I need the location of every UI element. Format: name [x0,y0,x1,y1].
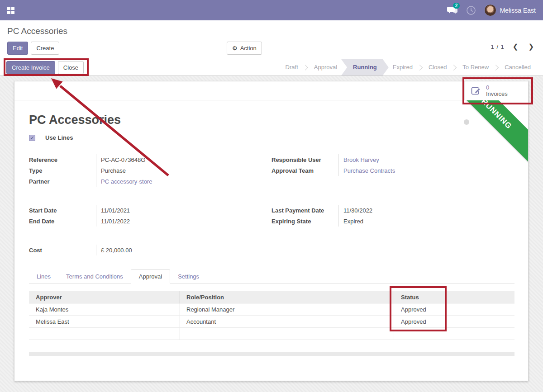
user-name: Melissa East [500,7,536,14]
button-box: 0 Invoices [14,81,528,100]
apps-square [7,11,10,14]
field-group-right-2: Last Payment Date 11/30/2022 Expiring St… [272,205,514,227]
user-menu[interactable]: Melissa East [484,4,536,16]
table-empty-row [29,328,514,340]
apps-menu-icon[interactable] [7,7,14,14]
type-label: Type [29,165,96,176]
cell-approver: Kaja Montes [29,303,180,315]
breadcrumb[interactable]: PC Accessories [7,26,67,36]
step-running-active[interactable]: Running [341,59,389,76]
top-navbar: 2 Melissa East [0,0,543,20]
expiring-state-field: Expiring State Expired [272,216,514,227]
empty-cell [180,328,394,340]
action-button[interactable]: ⚙Action [227,42,262,55]
header-approver[interactable]: Approver [29,291,180,303]
type-field: Type Purchase [29,165,242,176]
pager: 1 / 1 ❮ ❯ [491,42,536,52]
gear-icon: ⚙ [232,45,238,52]
responsible-user-label: Responsible User [272,154,338,165]
invoices-label: Invoices [486,91,508,97]
messages-button[interactable]: 2 [447,6,458,15]
start-date-label: Start Date [29,205,96,216]
action-label: Action [240,45,257,52]
cost-value: £ 20,000.00 [96,245,242,255]
user-avatar [484,4,496,16]
table-row[interactable]: Kaja Montes Regional Manager Approved [29,303,514,316]
header-status[interactable]: Status [394,291,514,303]
edit-button[interactable]: Edit [7,42,28,55]
approval-team-link[interactable]: Purchase Contracts [338,165,514,176]
stat-text: 0 Invoices [486,85,508,97]
expiring-state-value: Expired [338,216,514,227]
status-dot [464,119,469,125]
use-lines-label: Use Lines [45,134,73,141]
partner-field: Partner PC accessory-store [29,176,242,187]
type-value: Purchase [96,165,242,176]
control-panel: PC Accessories Edit Create ⚙Action 1 / 1… [0,20,543,59]
create-invoice-button[interactable]: Create Invoice [6,61,55,74]
expiring-state-label: Expiring State [272,216,338,227]
tab-terms-and-conditions[interactable]: Terms and Conditions [58,270,131,283]
approval-team-field: Approval Team Purchase Contracts [272,165,514,176]
record-title: PC Accessories [29,113,121,127]
end-date-field: End Date 11/01/2022 [29,216,242,227]
field-group-right-1: Responsible User Brook Harvey Approval T… [272,154,514,176]
list-footer-bar [29,352,514,356]
last-payment-date-label: Last Payment Date [272,205,338,216]
tab-lines[interactable]: Lines [29,270,58,283]
last-payment-date-value: 11/30/2022 [338,205,514,216]
step-cancelled[interactable]: Cancelled [497,59,538,76]
reference-label: Reference [29,154,96,165]
approval-team-label: Approval Team [272,165,338,176]
responsible-user-link[interactable]: Brook Harvey [338,154,514,165]
step-expired[interactable]: Expired [385,59,420,76]
last-payment-date-field: Last Payment Date 11/30/2022 [272,205,514,216]
notebook-tabs: Lines Terms and Conditions Approval Sett… [29,269,514,283]
field-group-left-3: Cost £ 20,000.00 [29,245,242,255]
partner-label: Partner [29,176,96,187]
invoices-stat-button[interactable]: 0 Invoices [464,81,528,100]
apps-square [11,7,14,10]
messages-badge: 2 [453,3,460,9]
control-panel-buttons: Edit Create [7,42,59,55]
action-menu: ⚙Action [227,42,262,55]
cell-role: Regional Manager [180,303,394,315]
field-group-left-2: Start Date 11/01/2021 End Date 11/01/202… [29,205,242,227]
pager-previous-button[interactable]: ❮ [511,42,520,52]
create-button[interactable]: Create [31,42,59,55]
close-button[interactable]: Close [58,61,84,74]
step-approval[interactable]: Approval [306,59,345,76]
cell-status: Approved [394,316,514,327]
step-draft[interactable]: Draft [278,59,306,76]
navbar-right: 2 Melissa East [447,4,536,16]
edit-pencil-icon [471,85,481,96]
cost-label: Cost [29,245,96,255]
apps-square [7,7,10,10]
table-row[interactable]: Melissa East Accountant Approved [29,316,514,328]
partner-link[interactable]: PC accessory-store [96,176,242,187]
start-date-field: Start Date 11/01/2021 [29,205,242,216]
end-date-value: 11/01/2022 [96,216,242,227]
end-date-label: End Date [29,216,96,227]
empty-cell [394,328,514,340]
approval-table: Approver Role/Position Status Kaja Monte… [29,291,514,340]
form-sheet: RUNNING 0 Invoices PC Accessories ✓ Use … [14,81,529,381]
tab-settings[interactable]: Settings [170,270,207,283]
cell-approver: Melissa East [29,316,180,327]
use-lines-checkbox[interactable]: ✓ [29,135,35,141]
header-role-position[interactable]: Role/Position [180,291,394,303]
activity-clock-icon[interactable] [466,5,476,15]
pager-next-button[interactable]: ❯ [526,42,536,52]
statusbar-buttons: Create Invoice Close [6,61,84,74]
tab-approval-active[interactable]: Approval [131,269,170,283]
apps-square [11,11,14,14]
cost-field: Cost £ 20,000.00 [29,245,242,255]
statusbar-steps: Draft Approval Running Expired Closed To… [278,59,538,76]
invoices-count: 0 [486,85,508,91]
reference-field: Reference PC-AC-073648G [29,154,242,165]
field-group-left-1: Reference PC-AC-073648G Type Purchase Pa… [29,154,242,187]
step-closed[interactable]: Closed [421,59,454,76]
step-to-renew[interactable]: To Renew [455,59,496,76]
use-lines-field: ✓ Use Lines [29,134,73,141]
statusbar: Create Invoice Close Draft Approval Runn… [0,59,543,76]
